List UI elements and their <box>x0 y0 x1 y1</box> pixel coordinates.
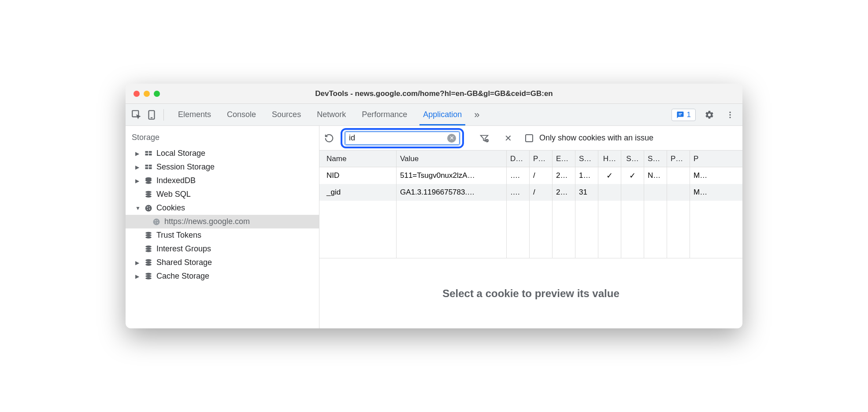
tab-elements[interactable]: Elements <box>170 104 219 125</box>
filter-input[interactable] <box>345 132 460 145</box>
svg-point-37 <box>145 250 151 252</box>
cell-priority: M… <box>690 167 742 184</box>
sidebar-item-trust-tokens[interactable]: Trust Tokens <box>126 228 319 242</box>
filter-funnel-icon[interactable] <box>479 133 490 143</box>
svg-point-21 <box>145 195 151 197</box>
kebab-menu-icon[interactable] <box>723 110 737 119</box>
cell-domain: …. <box>507 184 530 201</box>
col-size[interactable]: S… <box>575 151 598 167</box>
svg-point-18 <box>145 181 151 184</box>
svg-point-28 <box>155 220 156 221</box>
tab-sources[interactable]: Sources <box>264 104 309 125</box>
cell-size: 1… <box>575 167 598 184</box>
sidebar-item-interest-groups[interactable]: Interest Groups <box>126 242 319 256</box>
sidebar-item-label: Interest Groups <box>156 244 211 254</box>
clear-all-icon[interactable]: ✕ <box>504 133 512 143</box>
svg-point-35 <box>145 245 151 247</box>
table-row[interactable]: _gid GA1.3.1196675783.… …. / 2… 31 M… <box>319 184 742 201</box>
cell-expires: 2… <box>553 167 575 184</box>
tab-application[interactable]: Application <box>415 104 470 125</box>
col-expires[interactable]: E… <box>553 151 575 167</box>
svg-point-36 <box>145 247 151 250</box>
svg-rect-8 <box>145 151 148 153</box>
issues-badge[interactable]: 1 <box>671 109 696 121</box>
svg-point-41 <box>145 272 151 275</box>
chevron-right-icon <box>135 260 141 266</box>
sidebar-item-indexeddb[interactable]: IndexedDB <box>126 174 319 188</box>
col-name[interactable]: Name <box>319 151 397 167</box>
sidebar-item-cache-storage[interactable]: Cache Storage <box>126 269 319 283</box>
refresh-icon[interactable] <box>324 133 334 143</box>
database-icon <box>144 190 153 199</box>
svg-point-34 <box>145 236 151 238</box>
svg-rect-14 <box>145 167 148 169</box>
sidebar-item-label: Local Storage <box>156 149 205 158</box>
svg-point-26 <box>147 209 148 210</box>
svg-point-27 <box>153 218 160 225</box>
cell-expires: 2… <box>553 184 575 201</box>
svg-point-7 <box>729 117 731 118</box>
sidebar-item-cookies[interactable]: Cookies <box>126 201 319 215</box>
close-window-icon[interactable] <box>134 91 140 97</box>
col-priority[interactable]: P <box>690 151 742 167</box>
issues-only-checkbox[interactable] <box>525 134 533 142</box>
settings-icon[interactable] <box>702 110 717 120</box>
col-path[interactable]: P… <box>530 151 553 167</box>
sidebar: Storage Local Storage Session Storage In… <box>126 126 319 328</box>
tab-network[interactable]: Network <box>309 104 354 125</box>
cell-priority: M… <box>690 184 742 201</box>
cell-value: 511=Tsugv0nux2lzA… <box>397 167 507 184</box>
svg-rect-13 <box>149 165 152 166</box>
issues-only-label: Only show cookies with an issue <box>539 133 653 143</box>
svg-point-43 <box>145 277 151 279</box>
sidebar-item-session-storage[interactable]: Session Storage <box>126 160 319 174</box>
tab-performance[interactable]: Performance <box>354 104 415 125</box>
sidebar-item-websql[interactable]: Web SQL <box>126 188 319 201</box>
database-icon <box>144 231 153 240</box>
cell-value: GA1.3.1196675783.… <box>397 184 507 201</box>
chevron-right-icon <box>135 273 141 280</box>
svg-point-6 <box>729 114 731 115</box>
sidebar-item-label: Trust Tokens <box>156 231 201 240</box>
more-tabs-icon[interactable]: » <box>470 104 484 125</box>
cell-size: 31 <box>575 184 598 201</box>
svg-point-19 <box>145 191 151 193</box>
database-icon <box>144 177 153 185</box>
svg-point-25 <box>149 208 150 210</box>
sidebar-item-shared-storage[interactable]: Shared Storage <box>126 256 319 269</box>
clear-filter-icon[interactable]: ✕ <box>447 134 456 143</box>
sidebar-item-label: Cookies <box>156 203 185 213</box>
cell-path: / <box>530 184 553 201</box>
cookie-preview-placeholder: Select a cookie to preview its value <box>319 258 742 328</box>
svg-rect-11 <box>149 154 152 155</box>
col-partition[interactable]: P… <box>667 151 690 167</box>
device-toggle-icon[interactable] <box>146 109 157 121</box>
database-icon <box>144 245 153 254</box>
cell-partition <box>667 167 690 184</box>
devtools-toolbar: Elements Console Sources Network Perform… <box>126 104 742 126</box>
sidebar-item-local-storage[interactable]: Local Storage <box>126 147 319 160</box>
inspect-icon[interactable] <box>131 109 142 121</box>
cell-samesite: N… <box>644 167 667 184</box>
svg-point-22 <box>145 205 152 211</box>
filter-highlight: ✕ <box>341 128 464 148</box>
svg-rect-9 <box>149 151 152 153</box>
chevron-right-icon <box>135 151 141 157</box>
table-header: Name Value D… P… E… S… H… S… S… P… P <box>319 151 742 167</box>
svg-line-45 <box>486 140 488 141</box>
storage-grid-icon <box>144 149 153 158</box>
maximize-window-icon[interactable] <box>154 91 160 97</box>
svg-rect-15 <box>149 167 152 169</box>
table-row[interactable]: NID 511=Tsugv0nux2lzA… …. / 2… 1… ✓ ✓ N…… <box>319 167 742 184</box>
sidebar-item-cookie-domain[interactable]: https://news.google.com <box>126 215 319 228</box>
tab-console[interactable]: Console <box>219 104 264 125</box>
minimize-window-icon[interactable] <box>144 91 150 97</box>
col-value[interactable]: Value <box>397 151 507 167</box>
window-title: DevTools - news.google.com/home?hl=en-GB… <box>315 89 553 98</box>
cell-domain: …. <box>507 167 530 184</box>
main-panel: ✕ ✕ Only show cookies with an issue Name… <box>319 126 742 328</box>
col-secure[interactable]: S… <box>621 151 644 167</box>
col-domain[interactable]: D… <box>507 151 530 167</box>
col-httponly[interactable]: H… <box>598 151 621 167</box>
col-samesite[interactable]: S… <box>644 151 667 167</box>
